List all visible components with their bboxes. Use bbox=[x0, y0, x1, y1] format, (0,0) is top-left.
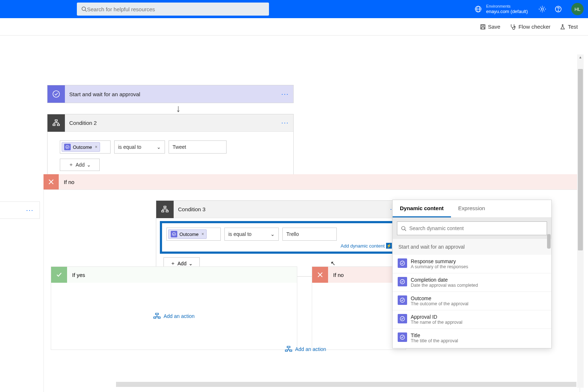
more-icon[interactable]: ··· bbox=[26, 207, 34, 214]
global-search[interactable] bbox=[77, 3, 269, 16]
approval-step-card[interactable]: Start and wait for an approval ··· bbox=[47, 85, 294, 103]
condition3-value[interactable] bbox=[282, 228, 337, 241]
avatar[interactable]: HL bbox=[571, 3, 584, 15]
search-icon bbox=[81, 6, 87, 12]
flow-canvas[interactable]: Start and wait for an approval ··· ↓ Con… bbox=[0, 36, 584, 388]
check-icon bbox=[51, 267, 67, 283]
dynamic-content-list[interactable]: Response summaryA summary of the respons… bbox=[393, 255, 551, 346]
dynamic-item-desc: The title of the approval bbox=[411, 338, 458, 343]
if-no-inner-label: If no bbox=[328, 272, 344, 278]
help-icon[interactable] bbox=[555, 5, 562, 13]
approval-token-icon bbox=[398, 314, 407, 323]
svg-point-30 bbox=[173, 233, 176, 236]
chevron-down-icon: ⌄ bbox=[189, 261, 193, 266]
approval-token-icon bbox=[171, 231, 177, 237]
condition2-card[interactable]: Condition 2 ··· Outcome × is equal to ⌄ bbox=[47, 114, 294, 181]
environment-icon[interactable] bbox=[475, 5, 482, 13]
svg-point-43 bbox=[402, 226, 405, 229]
environment-picker[interactable]: Environments enayu.com (default) bbox=[486, 4, 528, 15]
condition2-value[interactable] bbox=[169, 140, 227, 154]
dynamic-item[interactable]: OutcomeThe outcome of the approval bbox=[393, 292, 551, 310]
dynamic-item-title: Response summary bbox=[411, 258, 468, 264]
search-input[interactable] bbox=[87, 6, 265, 12]
dynamic-section-header: Start and wait for an approval bbox=[393, 239, 551, 255]
chevron-down-icon: ⌄ bbox=[270, 231, 275, 237]
chevron-down-icon: ⌄ bbox=[157, 144, 161, 150]
environment-name: enayu.com (default) bbox=[486, 9, 528, 15]
dynamic-item-desc: Date the approval was completed bbox=[411, 283, 478, 288]
svg-rect-31 bbox=[156, 313, 158, 315]
add-dynamic-content-link[interactable]: Add dynamic content ⚡ bbox=[166, 243, 392, 249]
condition2-left-operand[interactable]: Outcome × bbox=[60, 140, 111, 154]
dynamic-content-icon: ⚡ bbox=[386, 243, 392, 249]
outcome-token[interactable]: Outcome × bbox=[62, 142, 100, 152]
condition2-menu[interactable]: ··· bbox=[281, 119, 289, 127]
outcome-token[interactable]: Outcome × bbox=[168, 229, 207, 239]
dynamic-item[interactable]: Completion dateDate the approval was com… bbox=[393, 273, 551, 292]
svg-point-20 bbox=[66, 146, 69, 149]
horizontal-scrollbar[interactable] bbox=[116, 382, 576, 387]
svg-rect-29 bbox=[166, 211, 168, 212]
svg-rect-23 bbox=[164, 206, 166, 208]
condition3-title: Condition 3 bbox=[174, 206, 390, 212]
flask-icon bbox=[560, 24, 566, 30]
remove-token-icon[interactable]: × bbox=[202, 232, 204, 237]
environment-label: Environments bbox=[486, 4, 528, 9]
if-no-branch-header[interactable]: If no bbox=[44, 174, 580, 189]
condition2-title: Condition 2 bbox=[65, 120, 281, 126]
condition2-add-button[interactable]: ＋ Add ⌄ bbox=[60, 159, 100, 171]
dynamic-content-search[interactable] bbox=[397, 221, 547, 235]
svg-point-0 bbox=[82, 7, 86, 11]
close-icon bbox=[44, 174, 59, 189]
flow-checker-button[interactable]: Flow checker bbox=[510, 24, 550, 30]
dynamic-item[interactable]: Approval IDThe name of the approval bbox=[393, 310, 551, 329]
expression-tab[interactable]: Expression bbox=[451, 200, 492, 217]
flow-arrow-icon: ↓ bbox=[176, 103, 181, 114]
svg-rect-34 bbox=[154, 317, 156, 318]
approval-menu[interactable]: ··· bbox=[281, 90, 289, 98]
svg-rect-42 bbox=[290, 350, 292, 351]
condition3-operator[interactable]: is equal to ⌄ bbox=[224, 228, 279, 241]
svg-line-44 bbox=[405, 229, 406, 231]
condition3-highlight: Outcome × is equal to ⌄ Add dynamic cont… bbox=[160, 221, 398, 254]
svg-rect-13 bbox=[55, 120, 57, 121]
scrollbar-thumb[interactable] bbox=[547, 234, 551, 249]
save-icon bbox=[480, 24, 486, 30]
condition3-card[interactable]: Condition 3 ··· Outcome × is equal to ⌄ bbox=[156, 200, 402, 277]
scrollbar-thumb[interactable] bbox=[578, 69, 583, 250]
approval-icon bbox=[47, 85, 65, 103]
vertical-scrollbar[interactable]: ▲ bbox=[577, 54, 584, 388]
dynamic-item[interactable]: Response summaryA summary of the respons… bbox=[393, 255, 551, 273]
svg-rect-41 bbox=[285, 350, 287, 351]
approval-token-icon bbox=[398, 332, 407, 342]
add-action-link-bottom[interactable]: Add an action bbox=[285, 346, 326, 353]
chevron-down-icon: ⌄ bbox=[87, 162, 91, 168]
dynamic-content-popup: Dynamic content Expression Start and wai… bbox=[392, 200, 552, 348]
svg-rect-19 bbox=[57, 124, 59, 126]
add-action-link[interactable]: Add an action bbox=[153, 313, 195, 320]
test-button[interactable]: Test bbox=[560, 24, 578, 30]
condition-icon bbox=[156, 201, 174, 218]
approval-token-icon bbox=[398, 295, 407, 305]
svg-point-12 bbox=[53, 91, 59, 97]
svg-point-11 bbox=[514, 26, 515, 27]
remove-token-icon[interactable]: × bbox=[95, 144, 98, 150]
stethoscope-icon bbox=[510, 24, 516, 30]
save-button[interactable]: Save bbox=[480, 24, 500, 30]
svg-point-7 bbox=[558, 11, 559, 11]
dynamic-item[interactable]: TitleThe title of the approval bbox=[393, 329, 551, 346]
condition2-operator[interactable]: is equal to ⌄ bbox=[114, 140, 165, 154]
action-toolbar: Save Flow checker Test bbox=[0, 18, 588, 36]
settings-icon[interactable] bbox=[539, 5, 546, 13]
dynamic-search-input[interactable] bbox=[409, 225, 543, 231]
condition3-left-operand[interactable]: Outcome × bbox=[166, 228, 221, 241]
collapsed-branch-tab[interactable]: ··· bbox=[0, 201, 40, 219]
dynamic-item-title: Title bbox=[411, 332, 458, 338]
plus-icon: ＋ bbox=[170, 260, 175, 267]
dynamic-item-desc: A summary of the responses bbox=[411, 264, 468, 269]
dynamic-content-tab[interactable]: Dynamic content bbox=[393, 200, 451, 217]
scroll-up-icon[interactable]: ▲ bbox=[579, 55, 582, 59]
if-no-inner-branch[interactable]: If no bbox=[312, 266, 406, 350]
if-yes-branch[interactable]: If yes Add an action bbox=[51, 266, 297, 350]
dynamic-item-title: Approval ID bbox=[411, 314, 462, 320]
